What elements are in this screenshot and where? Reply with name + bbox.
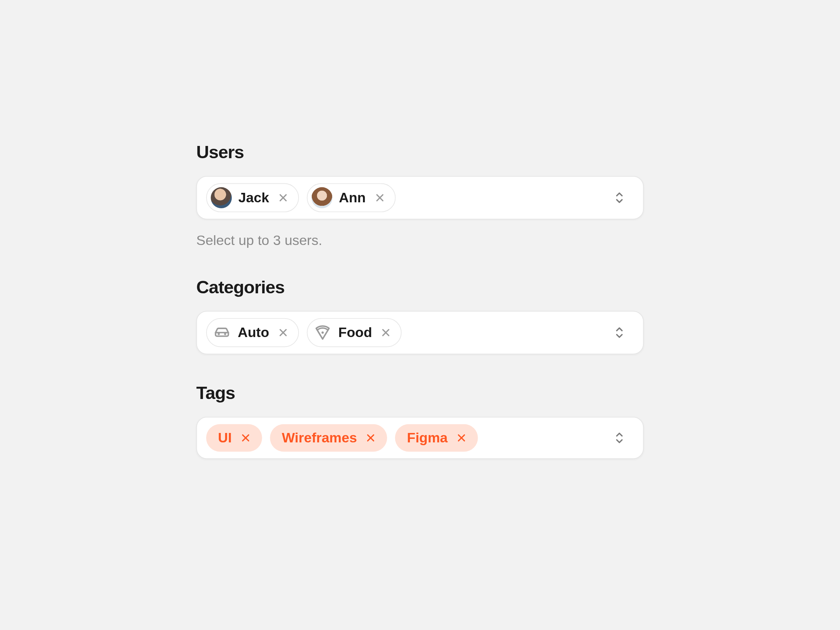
category-pill-label: Food (338, 324, 372, 340)
close-icon (374, 192, 386, 204)
users-selector-toggle[interactable] (611, 187, 627, 208)
chevron-up-down-icon (614, 325, 625, 339)
close-icon (277, 327, 289, 338)
pizza-icon (313, 324, 332, 342)
close-icon (456, 432, 467, 444)
remove-tag-ui[interactable] (238, 431, 253, 445)
car-icon (213, 324, 231, 342)
close-icon (240, 432, 252, 444)
remove-tag-figma[interactable] (454, 431, 469, 445)
user-pill-label: Ann (339, 190, 366, 205)
category-pill-food[interactable]: Food (306, 318, 401, 347)
remove-tag-wireframes[interactable] (364, 431, 378, 445)
users-helper-text: Select up to 3 users. (196, 232, 644, 248)
svg-point-4 (218, 333, 219, 334)
tag-pill-wireframes[interactable]: Wireframes (270, 424, 387, 452)
category-pill-auto[interactable]: Auto (206, 318, 299, 347)
remove-user-jack[interactable] (276, 190, 290, 205)
avatar-jack (211, 187, 232, 208)
close-icon (380, 327, 392, 338)
categories-select[interactable]: Auto (196, 311, 644, 354)
users-pills: Jack Ann (206, 183, 395, 212)
chevron-up-down-icon (614, 431, 625, 445)
tags-pills: UI Wireframes (206, 424, 478, 452)
remove-category-auto[interactable] (276, 325, 290, 339)
users-label: Users (196, 142, 644, 163)
tag-pill-figma[interactable]: Figma (395, 424, 478, 452)
tags-field: Tags UI Wireframes (196, 383, 644, 459)
avatar-ann (311, 187, 332, 208)
close-icon (277, 192, 289, 204)
categories-pills: Auto (206, 318, 402, 347)
user-pill-ann[interactable]: Ann (306, 183, 395, 212)
remove-user-ann[interactable] (373, 190, 387, 205)
chevron-up-down-icon (614, 190, 625, 205)
tag-pill-label: UI (218, 430, 232, 445)
close-icon (365, 432, 377, 444)
tag-pill-label: Figma (407, 430, 448, 445)
svg-point-8 (322, 332, 323, 333)
remove-category-food[interactable] (379, 325, 393, 339)
category-pill-label: Auto (238, 324, 269, 340)
categories-selector-toggle[interactable] (611, 322, 627, 343)
tags-label: Tags (196, 383, 644, 404)
user-pill-jack[interactable]: Jack (206, 183, 299, 212)
tags-selector-toggle[interactable] (611, 427, 627, 448)
tags-select[interactable]: UI Wireframes (196, 417, 644, 458)
user-pill-label: Jack (238, 190, 269, 205)
tag-pill-label: Wireframes (282, 430, 357, 445)
users-field: Users Jack (196, 142, 644, 248)
categories-field: Categories Auto (196, 277, 644, 354)
categories-label: Categories (196, 277, 644, 297)
users-select[interactable]: Jack Ann (196, 176, 644, 219)
svg-point-5 (225, 333, 226, 334)
tag-pill-ui[interactable]: UI (206, 424, 262, 452)
